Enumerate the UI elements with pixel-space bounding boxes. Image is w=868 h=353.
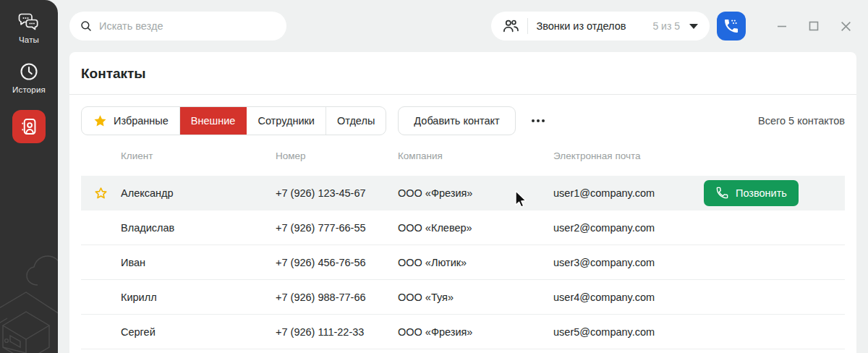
contacts-panel: Контакты Избранные Внешние Сотрудники <box>69 52 856 353</box>
total-contacts-label: Всего 5 контактов <box>758 115 845 127</box>
maximize-icon <box>808 20 820 32</box>
chats-icon <box>18 12 40 32</box>
close-button[interactable] <box>838 19 854 34</box>
contact-email: user3@company.com <box>553 257 704 268</box>
contact-company: ООО «Фрезия» <box>398 326 553 338</box>
sidebar-decoration <box>0 216 58 353</box>
window-controls <box>775 19 854 34</box>
table-row[interactable]: Владислав +7 (926) 777-66-55 ООО «Клевер… <box>81 210 845 245</box>
global-search[interactable] <box>69 12 286 41</box>
contact-company: ООО «Фрезия» <box>398 187 553 199</box>
call-button-label: Позвонить <box>736 187 787 199</box>
topbar: Звонки из отделов 5 из 5 <box>58 0 868 52</box>
sidebar-item-label: Чаты <box>19 35 39 44</box>
minimize-button[interactable] <box>775 19 789 33</box>
search-input[interactable] <box>99 20 276 32</box>
contact-phone: +7 (926) 456-76-56 <box>276 257 398 268</box>
sidebar-item-chats[interactable]: Чаты <box>0 0 58 44</box>
filter-count: 5 из 5 <box>652 20 680 32</box>
sidebar: Чаты История <box>0 0 58 353</box>
star-icon <box>93 114 108 128</box>
history-icon <box>19 61 39 82</box>
sidebar-item-contacts[interactable] <box>0 94 58 143</box>
contact-filter-tabs: Избранные Внешние Сотрудники Отделы <box>81 106 386 135</box>
dialpad-call-button[interactable] <box>717 12 746 41</box>
maximize-button[interactable] <box>807 19 821 33</box>
toolbar: Избранные Внешние Сотрудники Отделы Доба… <box>81 106 845 135</box>
contact-name: Сергей <box>121 326 276 338</box>
content-area: Звонки из отделов 5 из 5 <box>58 0 868 353</box>
column-header-email: Электронная почта <box>553 150 704 161</box>
tab-label: Внешние <box>191 115 236 127</box>
sidebar-item-history[interactable]: История <box>0 44 58 94</box>
tab-label: Избранные <box>114 115 169 127</box>
favorite-star-icon[interactable] <box>93 186 109 200</box>
table-row[interactable]: Александр +7 (926) 123-45-67 ООО «Фрезия… <box>81 176 845 210</box>
filter-label: Звонки из отделов <box>536 20 626 32</box>
contact-company: ООО «Клевер» <box>398 222 553 234</box>
contact-company: ООО «Туя» <box>398 292 553 303</box>
sidebar-item-label: История <box>12 85 46 94</box>
column-header-client: Клиент <box>121 150 276 161</box>
contacts-table: Клиент Номер Компания Электронная почта … <box>81 135 845 353</box>
minimize-icon <box>776 20 788 32</box>
contact-email: user2@company.com <box>553 222 704 234</box>
contact-company: ООО «Лютик» <box>398 257 553 268</box>
column-header-number: Номер <box>276 150 398 161</box>
contacts-book-icon <box>20 117 38 136</box>
search-icon <box>80 19 93 33</box>
pill-divider <box>527 18 528 34</box>
app-window: Чаты История <box>0 0 868 353</box>
contact-name: Александр <box>121 187 276 199</box>
department-calls-dropdown[interactable]: Звонки из отделов 5 из 5 <box>491 12 710 41</box>
phone-dialpad-icon <box>723 17 740 35</box>
more-options-button[interactable] <box>526 106 550 135</box>
contact-phone: +7 (926) 111-22-33 <box>276 326 398 338</box>
contact-phone: +7 (926) 777-66-55 <box>276 222 398 234</box>
add-contact-button[interactable]: Добавить контакт <box>398 106 515 135</box>
contact-email: user4@company.com <box>553 292 704 303</box>
contact-name: Иван <box>121 257 276 268</box>
close-icon <box>840 20 852 33</box>
tab-external[interactable]: Внешние <box>180 107 247 135</box>
ellipsis-icon <box>532 119 535 122</box>
contacts-active-tile <box>12 110 46 143</box>
column-header-company: Компания <box>398 150 553 161</box>
topbar-right: Звонки из отделов 5 из 5 <box>491 12 854 41</box>
contact-email: user1@company.com <box>553 187 704 199</box>
table-row[interactable]: Иван +7 (926) 456-76-56 ООО «Лютик» user… <box>81 245 845 280</box>
call-button[interactable]: Позвонить <box>704 180 799 206</box>
table-row[interactable]: Кирилл +7 (926) 988-77-66 ООО «Туя» user… <box>81 280 845 315</box>
tab-employees[interactable]: Сотрудники <box>247 107 326 135</box>
contact-phone: +7 (926) 988-77-66 <box>276 292 398 303</box>
page-title: Контакты <box>69 52 856 95</box>
tab-departments[interactable]: Отделы <box>326 107 386 135</box>
people-group-icon <box>501 17 519 35</box>
contact-phone: +7 (926) 123-45-67 <box>276 187 398 199</box>
contact-email: user5@company.com <box>553 326 704 338</box>
tab-label: Сотрудники <box>258 115 315 127</box>
phone-icon <box>715 186 729 200</box>
contact-name: Кирилл <box>121 292 276 303</box>
table-header: Клиент Номер Компания Электронная почта <box>81 135 845 176</box>
tab-label: Отделы <box>337 115 375 127</box>
table-row[interactable]: Сергей +7 (926) 111-22-33 ООО «Фрезия» u… <box>81 315 845 349</box>
tab-favorites[interactable]: Избранные <box>82 107 180 135</box>
chevron-down-icon <box>689 24 698 29</box>
contact-name: Владислав <box>121 222 276 234</box>
